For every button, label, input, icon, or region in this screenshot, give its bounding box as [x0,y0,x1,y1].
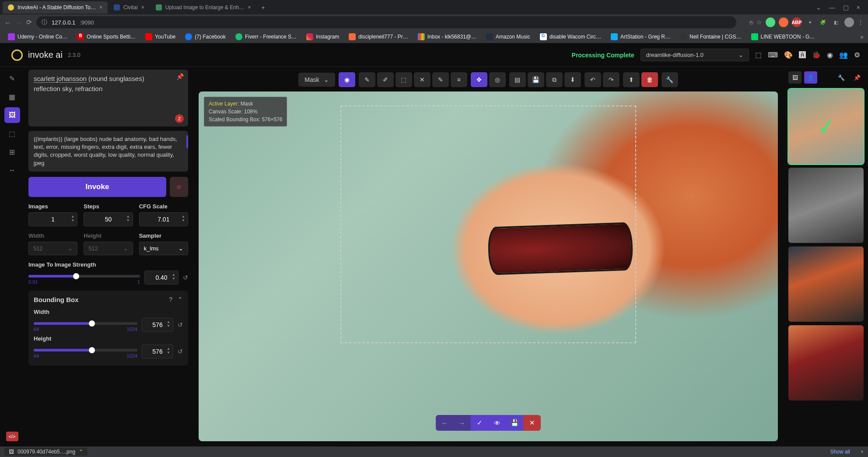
stepper-icon[interactable]: ▲▼ [126,214,130,222]
brush-tool[interactable]: ✎ [359,72,375,87]
collapse-icon[interactable]: ⌃ [178,296,183,303]
slider-thumb[interactable] [89,320,95,327]
brush-options-button[interactable]: ≡ [451,72,467,87]
cube-icon[interactable]: ⬚ [755,51,762,59]
bookmark-item[interactable]: Instagram [303,32,343,42]
bookmark-item[interactable]: ArtStation - Greg R… [607,32,674,42]
stepper-icon[interactable]: ▲▼ [167,347,170,355]
bookmark-item[interactable]: BOnline Sports Betti… [74,32,139,42]
gallery-pin-icon[interactable]: 📌 [850,71,864,84]
info-icon[interactable]: ? [169,296,172,303]
bbox-height-slider[interactable] [34,349,137,352]
chevron-down-icon[interactable]: ⌄ [816,4,821,11]
bug-icon[interactable]: 🐞 [812,51,821,59]
keyboard-icon[interactable]: ⌨ [768,51,778,59]
stepper-icon[interactable]: ▲▼ [167,320,170,328]
stepper-icon[interactable]: ▲▼ [172,273,175,281]
browser-tab[interactable]: Upload Image to Enlarge & Enh… × [150,1,256,14]
gallery-tab-images[interactable]: 🖼 [788,71,802,84]
slider-thumb[interactable] [73,273,79,279]
close-icon[interactable]: × [248,4,251,11]
scrollbar-thumb[interactable] [186,135,188,148]
forward-button[interactable]: → [15,19,22,26]
canvas-viewport[interactable]: Active Layer: Mask Canvas Scale: 108% Sc… [199,91,778,441]
extension-icon[interactable] [779,18,788,27]
site-info-icon[interactable]: ⓘ [42,18,47,26]
bounding-box-overlay[interactable] [340,105,636,343]
new-tab-button[interactable]: + [257,4,270,11]
cfg-input[interactable]: 7.01▲▼ [139,212,188,226]
bbox-width-slider[interactable] [34,322,137,325]
code-button[interactable]: </> [6,432,18,441]
palette-icon[interactable]: 🎨 [784,51,793,59]
extension-icon[interactable]: ABP [792,18,802,27]
model-select[interactable]: dreamlike-diffusion-1.0 ⌄ [640,49,749,61]
rail-nodes[interactable]: ⬚ [4,126,20,141]
trigger-count-badge[interactable]: 2 [175,114,184,123]
reload-button[interactable]: ⟳ [26,18,32,26]
stepper-icon[interactable]: ▲▼ [182,214,185,222]
images-input[interactable]: 1▲▼ [28,212,77,226]
extensions-icon[interactable]: ✦ [805,18,815,27]
settings-icon[interactable]: ⚙ [854,51,860,59]
mask-toggle-button[interactable]: ◉ [339,72,355,87]
back-button[interactable]: ← [4,19,11,26]
gallery-settings-icon[interactable]: 🔧 [835,71,848,84]
minimize-icon[interactable]: — [829,4,835,11]
i2i-slider[interactable] [28,275,140,278]
bookmark-item[interactable]: Inbox - klk56831@… [414,32,480,42]
download-item[interactable]: 🖼 000979.40d74eb5….png ⌃ [4,448,88,456]
github-icon[interactable]: ◉ [827,51,833,59]
url-input[interactable]: ⓘ 127.0.0.1:9090 [36,16,736,28]
i2i-value-input[interactable]: 0.40▲▼ [144,271,178,285]
invoke-button[interactable]: Invoke [28,177,166,197]
move-tool[interactable]: ✥ [471,72,487,87]
maximize-icon[interactable]: ▢ [843,4,849,11]
eraser-tool[interactable]: ✐ [377,72,394,87]
staging-save-button[interactable]: 💾 [506,415,523,431]
layer-select[interactable]: Mask⌄ [298,73,335,87]
cancel-button[interactable]: ⊘ [170,177,188,197]
bookmark-item[interactable]: Udemy - Online Co… [4,32,71,42]
bookmark-item[interactable]: Gdisable Wacom Circ… [536,32,605,42]
bookmark-item[interactable]: (7) Facebook [182,32,229,42]
merge-visible-button[interactable]: ▤ [509,72,526,87]
clear-mask-button[interactable]: ✕ [414,72,430,87]
undo-button[interactable]: ↶ [584,72,601,87]
extension-icon[interactable] [766,18,775,27]
gallery-thumb[interactable] [788,246,864,322]
bookmarks-overflow-icon[interactable]: » [860,33,864,40]
bookmark-item[interactable]: Fiverr - Freelance S… [232,32,300,42]
gallery-thumb[interactable] [788,325,864,401]
sidepanel-icon[interactable]: ◧ [831,18,841,27]
copy-to-clipboard-button[interactable]: ⧉ [546,72,563,87]
negative-prompt-input[interactable]: ((implants)) (large boobs) nude bad anat… [28,131,188,172]
show-all-downloads[interactable]: Show all [830,449,850,455]
share-icon[interactable]: ⎋ [749,19,753,26]
bbox-width-input[interactable]: 576▲▼ [142,318,173,332]
bookmark-item[interactable]: discipleneil777 - Pr… [345,32,411,42]
staging-show-button[interactable]: 👁 [488,415,506,431]
gallery-tab-user[interactable]: 👤 [804,71,817,84]
clear-canvas-button[interactable]: 🗑 [641,72,658,87]
reset-view-button[interactable]: ◎ [489,72,506,87]
rail-txt2img[interactable]: ✎ [4,70,20,86]
height-select[interactable]: 512⌄ [84,242,133,255]
discord-icon[interactable]: 👥 [839,51,848,59]
staging-accept-button[interactable]: ✓ [471,415,488,431]
staging-prev-button[interactable]: ← [436,415,453,431]
star-icon[interactable]: ☆ [756,19,762,26]
reset-icon[interactable]: ↺ [178,348,183,355]
stepper-icon[interactable]: ▲▼ [71,214,74,222]
chevron-up-icon[interactable]: ⌃ [79,449,83,455]
close-window-icon[interactable]: × [857,4,860,11]
rail-training[interactable]: ↔ [4,162,20,178]
bookmark-item[interactable]: Neil Fontaine | CGS… [676,32,745,42]
close-icon[interactable]: × [99,4,102,11]
rail-canvas[interactable]: 🖼 [4,107,20,123]
sampler-select[interactable]: k_lms⌄ [139,242,188,255]
browser-tab[interactable]: Civitai × [108,1,150,14]
width-select[interactable]: 512⌄ [28,242,77,255]
upload-button[interactable]: ⬆ [623,72,640,87]
puzzle-icon[interactable]: 🧩 [818,18,828,27]
